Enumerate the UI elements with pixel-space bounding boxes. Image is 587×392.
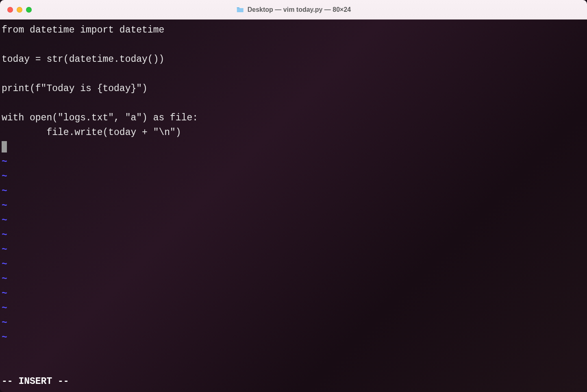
tilde-line: ~ [2,184,585,198]
tilde-line: ~ [2,257,585,272]
tilde-line: ~ [2,213,585,228]
tilde-line: ~ [2,316,585,330]
tilde-line: ~ [2,198,585,213]
folder-icon [236,7,244,13]
window-titlebar: Desktop — vim today.py — 80×24 [0,0,587,20]
terminal-window: Desktop — vim today.py — 80×24 from date… [0,0,587,392]
tilde-line: ~ [2,242,585,257]
tilde-line: ~ [2,286,585,301]
code-line: from datetime import datetime [2,23,585,37]
vim-mode-status: -- INSERT -- [2,374,585,389]
code-line: today = str(datetime.today()) [2,52,585,67]
window-title: Desktop — vim today.py — 80×24 [248,6,351,13]
tilde-line: ~ [2,228,585,242]
code-line: file.write(today + "\n") [2,125,585,140]
terminal-content[interactable]: from datetime import datetime today = st… [0,20,587,392]
tilde-line: ~ [2,155,585,169]
tilde-line: ~ [2,272,585,286]
code-line: with open("logs.txt", "a") as file: [2,111,585,125]
cursor-line [2,140,585,155]
empty-lines-area: ~ ~ ~ ~ ~ ~ ~ ~ ~ ~ ~ ~ ~ [2,155,585,374]
code-line [2,96,585,111]
tilde-line: ~ [2,169,585,184]
maximize-button[interactable] [26,7,32,13]
code-line [2,37,585,52]
traffic-lights [7,7,32,13]
code-line: print(f"Today is {today}") [2,81,585,96]
minimize-button[interactable] [17,7,22,13]
cursor [2,141,7,152]
tilde-line: ~ [2,330,585,345]
tilde-line: ~ [2,301,585,316]
window-title-area: Desktop — vim today.py — 80×24 [236,6,351,13]
code-area: from datetime import datetime today = st… [2,23,585,155]
close-button[interactable] [7,7,13,13]
code-line [2,67,585,81]
